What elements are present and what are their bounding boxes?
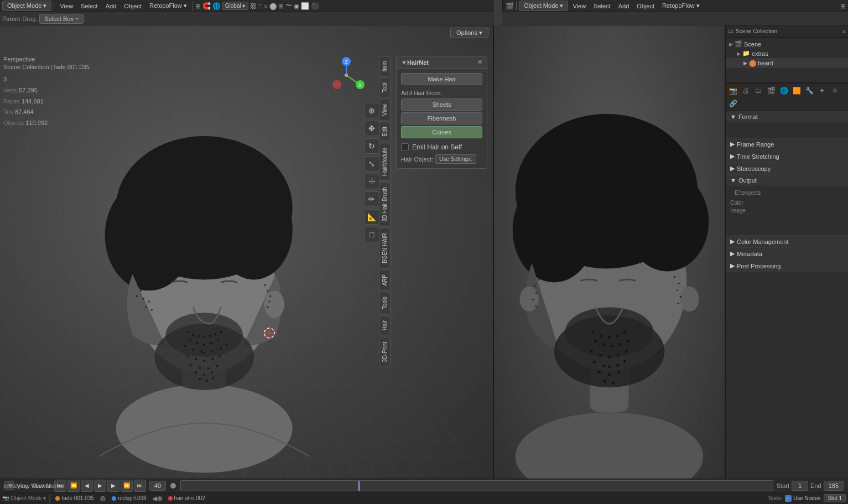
frame-range-title: Frame Range [737,141,774,148]
fibermesh-button[interactable]: Fibermesh [401,112,482,124]
tool-measure[interactable]: 📐 [364,209,379,225]
svg-text:X: X [358,82,362,88]
prop-icon-world[interactable]: 🌐 [778,85,790,97]
slot-dropdown[interactable]: Slot 1 [824,494,846,502]
menu-add-right[interactable]: Add [615,2,633,11]
global-dropdown[interactable]: Global ▾ [222,2,248,10]
tab-3dprint[interactable]: 3D-Print [379,337,391,367]
object-rockgirl[interactable]: rockgirl.038 [110,495,149,502]
marker-label-bottom[interactable]: Marker [46,482,65,489]
tab-hairmodule[interactable]: HairModule [379,143,391,181]
3d-cursor[interactable] [263,327,275,341]
node-btn[interactable]: Node [768,495,782,501]
menu-view-left[interactable]: View [56,2,76,11]
tab-tool[interactable]: Tool [379,77,391,97]
prop-icon-render[interactable]: 📷 [727,85,739,97]
format-arrow: ▼ [730,113,736,120]
section-stereoscopy-header[interactable]: ▶ Stereoscopy [726,163,848,174]
prop-icon-modifier[interactable]: 🔧 [803,85,815,97]
btn-prev-frame[interactable]: ⏪ [67,480,80,492]
btn-prev[interactable]: ◀ [81,480,93,492]
section-frame-range-header[interactable]: ▶ Frame Range [726,138,848,150]
tool-move[interactable]: ✥ [364,121,379,136]
menu-add-left[interactable]: Add [102,2,120,11]
cam-icon: 📷 [2,495,9,501]
prop-icon-viewlayer[interactable]: 🗂 [752,85,764,97]
stereoscopy-arrow: ▶ [730,165,735,172]
use-settings-button[interactable]: Use Settings: [435,154,476,164]
prop-icon-output[interactable]: 🖨 [740,85,752,97]
right-viewport[interactable] [494,25,725,479]
end-frame-display[interactable]: 185 [824,481,844,491]
tool-scale[interactable]: ⤡ [364,156,379,172]
prop-icon-constraints[interactable]: 🔗 [727,97,739,110]
icon-render-engine[interactable]: 🎬 [506,2,514,10]
prop-icon-particles[interactable]: ✦ [816,85,828,97]
menu-retopoflow-right[interactable]: RetopoFlow ▾ [659,1,703,11]
menu-select-left[interactable]: Select [77,2,101,11]
tool-annotate[interactable]: ✏ [364,191,379,207]
tab-tools[interactable]: Tools [379,292,391,314]
tool-cursor[interactable]: ⊕ [364,103,379,118]
section-metadata-header[interactable]: ▶ Metadata [726,248,848,259]
section-time-stretch-header[interactable]: ▶ Time Stretching [726,150,848,162]
tab-bgenhair[interactable]: BGEN HAIR [379,228,391,268]
section-output-header[interactable]: ▼ Output [726,175,848,186]
collection-beard[interactable]: ▶ ⬤ beard [726,58,848,68]
options-button[interactable]: Options ▾ [450,28,488,38]
collection-scene[interactable]: ▶ 🎬 Scene [726,39,848,49]
menu-object-left[interactable]: Object [121,2,145,11]
current-frame-display[interactable]: 40 [149,481,166,491]
hairnet-collapse-arrow[interactable]: ▼ [401,59,407,66]
section-format-header[interactable]: ▼ Format [726,111,848,122]
mode-dropdown-right[interactable]: Object Mode ▾ [519,1,568,11]
left-viewport[interactable]: Perspective Scene Collection | fade 001.… [0,25,494,479]
icon-global[interactable]: 🌐 [212,2,221,10]
make-hair-button[interactable]: Make Hair [401,73,482,85]
mode-dropdown-left[interactable]: Object Mode ▾ [2,1,51,11]
select-box-dropdown[interactable]: Select Box ~ [39,14,84,24]
tool-transform[interactable]: ☩ [364,174,379,189]
tab-view[interactable]: View [379,99,391,121]
obj-mode-left[interactable]: Object Mode ▾ [11,495,46,501]
collection-extras[interactable]: ▶ 📁 extras [726,49,848,58]
icon-box: □ [258,2,262,10]
btn-skip-end[interactable]: ⏭ [134,480,146,492]
section-post-proc-header[interactable]: ▶ Post Processing [726,260,848,272]
tool-rotate[interactable]: ↻ [364,138,379,154]
timeline-scrubber[interactable] [180,480,773,491]
btn-play-pause[interactable]: ▶ [94,480,106,492]
hairnet-close[interactable]: ✕ [477,59,482,66]
outliner-filter[interactable]: ≡ [842,28,846,34]
sheets-button[interactable]: Sheets [401,98,482,111]
menu-object-right[interactable]: Object [633,2,658,11]
tab-arp[interactable]: ARP [379,269,391,291]
btn-next-frame[interactable]: ⏩ [121,480,133,492]
menu-retopoflow-left[interactable]: RetopoFlow ▾ [146,1,190,11]
menu-view-right[interactable]: View [569,2,589,11]
keying-label[interactable]: Keying [10,482,29,489]
prop-icon-scene[interactable]: 🎬 [765,85,777,97]
menu-select-right[interactable]: Select [590,2,614,11]
tab-edit[interactable]: Edit [379,122,391,141]
tab-hair[interactable]: Hair [379,315,391,335]
section-color-mgmt-header[interactable]: ▶ Color Management [726,236,848,247]
icon-wave: 〜 [285,1,292,11]
tab-3dhairbrush[interactable]: 3D Hair Brush [379,182,391,227]
gizmo-widget[interactable]: Z X [327,56,366,95]
prop-icon-physics[interactable]: ⚛ [829,85,841,97]
curves-button[interactable]: Curves [401,126,482,138]
start-frame-display[interactable]: 1 [792,481,808,491]
emit-checkbox[interactable] [401,143,409,151]
icon-snap[interactable]: 🧲 [202,2,211,10]
icon-gizmo[interactable]: ⊞ [195,2,201,10]
tab-item[interactable]: Item [379,56,391,76]
scene-collection-label: Scene Collection | fade 001.035 [3,64,90,70]
view-label-bottom[interactable]: View [31,482,44,489]
prop-icon-object[interactable]: 🟧 [790,85,803,97]
object-hair[interactable]: hair afro.002 [166,495,207,502]
tool-add-cube[interactable]: □ [364,227,379,242]
use-nodes-checkbox[interactable]: ✓ Use Nodes [785,495,820,502]
object-fade[interactable]: fade 001.035 [53,495,96,502]
btn-next[interactable]: ▶ [107,480,119,492]
